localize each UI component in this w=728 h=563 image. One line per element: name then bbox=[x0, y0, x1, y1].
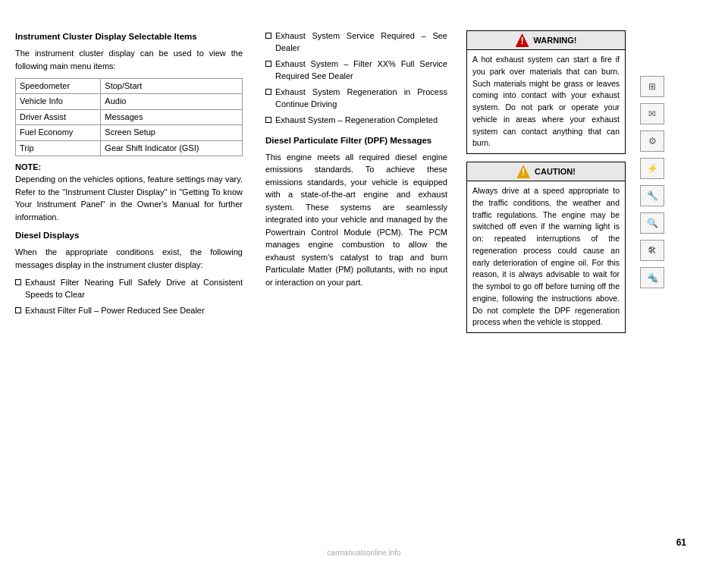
left-bullets: Exhaust Filter Nearing Full Safely Drive… bbox=[15, 277, 243, 317]
table-cell: Driver Assist bbox=[16, 109, 101, 124]
caution-triangle-icon: ! bbox=[516, 165, 530, 178]
bullet-text: Exhaust System – Filter XX% Full Service… bbox=[275, 58, 447, 83]
middle-column: Exhaust System Service Required – See De… bbox=[258, 30, 455, 533]
table-cell: Trip bbox=[16, 140, 101, 156]
table-cell: Speedometer bbox=[16, 79, 101, 94]
list-item: Exhaust System Service Required – See De… bbox=[265, 30, 447, 55]
icon2-icon: ✉ bbox=[640, 103, 664, 124]
caution-box: ! CAUTION! Always drive at a speed appro… bbox=[466, 162, 626, 333]
table-cell: Screen Setup bbox=[101, 125, 243, 140]
cluster-table: SpeedometerStop/StartVehicle InfoAudioDr… bbox=[15, 78, 243, 156]
dpf-title: Diesel Particulate Filter (DPF) Messages bbox=[265, 134, 447, 146]
table-cell: Messages bbox=[101, 109, 243, 124]
bullet-text: Exhaust Filter Nearing Full Safely Drive… bbox=[25, 277, 243, 301]
icon7-icon: 🛠 bbox=[640, 240, 664, 261]
bullet-square-icon bbox=[15, 279, 21, 285]
list-item: Exhaust Filter Nearing Full Safely Drive… bbox=[15, 277, 243, 301]
bullet-text: Exhaust Filter Full – Power Reduced See … bbox=[25, 305, 205, 317]
note-text: Depending on the vehicles options, featu… bbox=[15, 173, 243, 223]
list-item: Exhaust System – Filter XX% Full Service… bbox=[265, 58, 447, 83]
table-cell: Audio bbox=[101, 94, 243, 109]
list-item: Exhaust System – Regeneration Completed bbox=[265, 115, 447, 127]
watermark: carmanualsonline.info bbox=[327, 549, 400, 557]
right-sidebar: ⊞✉⚙⚡🔧🔍🛠🔩 bbox=[637, 30, 667, 533]
warning-title: WARNING! bbox=[534, 36, 577, 45]
warning-header: ! WARNING! bbox=[467, 31, 625, 50]
dpf-text: This engine meets all required diesel en… bbox=[265, 151, 447, 289]
table-cell: Stop/Start bbox=[101, 79, 243, 94]
bullet-square-icon bbox=[265, 117, 271, 123]
table-cell: Gear Shift Indicator (GSI) bbox=[101, 140, 243, 156]
bullet-text: Exhaust System – Regeneration Completed bbox=[275, 115, 438, 127]
icon3-icon: ⚙ bbox=[640, 131, 664, 152]
icon4-icon: ⚡ bbox=[640, 158, 664, 179]
diesel-displays-text: When the appropriate conditions exist, t… bbox=[15, 246, 243, 271]
warning-body: A hot exhaust system can start a fire if… bbox=[467, 50, 625, 153]
caution-header: ! CAUTION! bbox=[467, 162, 625, 181]
bullet-square-icon bbox=[265, 33, 271, 39]
caution-body: Always drive at a speed appropriate to t… bbox=[467, 181, 625, 332]
bullet-square-icon bbox=[15, 307, 21, 313]
icon5-icon: 🔧 bbox=[640, 185, 664, 206]
bullet-text: Exhaust System Regeneration in Process C… bbox=[275, 86, 447, 111]
caution-title: CAUTION! bbox=[535, 167, 576, 176]
table-cell: Vehicle Info bbox=[16, 94, 101, 109]
section1-intro: The instrument cluster display can be us… bbox=[15, 47, 243, 72]
bullet-square-icon bbox=[265, 89, 271, 95]
bullet-text: Exhaust System Service Required – See De… bbox=[275, 30, 447, 55]
diesel-displays-title: Diesel Displays bbox=[15, 229, 243, 241]
page-number: 61 bbox=[676, 537, 686, 548]
list-item: Exhaust System Regeneration in Process C… bbox=[265, 86, 447, 111]
warning-box: ! WARNING! A hot exhaust system can star… bbox=[466, 30, 626, 154]
right-column: ! WARNING! A hot exhaust system can star… bbox=[463, 30, 629, 533]
warning-triangle-icon: ! bbox=[516, 33, 529, 47]
icon1-icon: ⊞ bbox=[640, 76, 664, 97]
table-cell: Fuel Economy bbox=[16, 125, 101, 140]
icon6-icon: 🔍 bbox=[640, 212, 664, 234]
section1-title: Instrument Cluster Display Selectable It… bbox=[15, 30, 243, 42]
icon8-icon: 🔩 bbox=[640, 267, 664, 288]
middle-bullets: Exhaust System Service Required – See De… bbox=[265, 30, 447, 127]
list-item: Exhaust Filter Full – Power Reduced See … bbox=[15, 305, 243, 317]
left-column: Instrument Cluster Display Selectable It… bbox=[8, 30, 250, 533]
bullet-square-icon bbox=[265, 61, 271, 67]
note-label: NOTE: bbox=[15, 162, 243, 171]
